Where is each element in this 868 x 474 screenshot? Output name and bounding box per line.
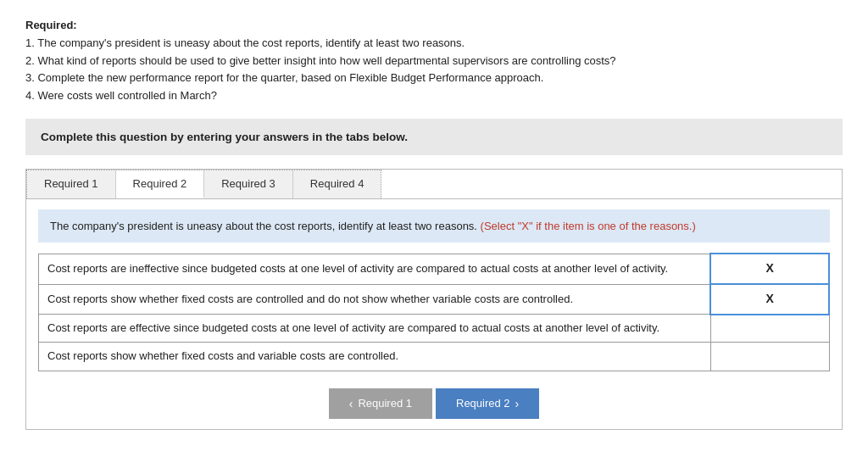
question-2: 2. What kind of reports should be used t…	[25, 54, 616, 67]
option-text-1: Cost reports show whether fixed costs ar…	[39, 284, 711, 315]
question-prompt: The company's president is uneasy about …	[38, 209, 830, 243]
option-select-2[interactable]	[710, 315, 829, 343]
x-mark-1: X	[765, 292, 773, 305]
tab-req1[interactable]: Required 1	[27, 170, 116, 198]
nav-buttons: ‹ Required 1 Required 2 ›	[38, 388, 830, 419]
next-label: Required 2	[456, 397, 510, 410]
tab-req3[interactable]: Required 3	[204, 170, 293, 198]
tab-row: Required 1Required 2Required 3Required 4	[26, 170, 381, 198]
tab-req2[interactable]: Required 2	[116, 170, 205, 198]
instruction-text: Complete this question by entering your …	[41, 131, 408, 143]
option-text-0: Cost reports are ineffective since budge…	[39, 254, 711, 284]
required-questions: Required: 1. The company's president is …	[25, 17, 843, 105]
tabs-wrapper: Required 1Required 2Required 3Required 4	[26, 170, 842, 199]
option-select-1[interactable]: X	[710, 284, 829, 315]
answer-table: Cost reports are ineffective since budge…	[38, 253, 830, 371]
option-select-3[interactable]	[710, 343, 829, 371]
required-label: Required:	[25, 19, 77, 31]
question-3: 3. Complete the new performance report f…	[25, 71, 543, 84]
tab-req4[interactable]: Required 4	[293, 170, 381, 198]
tabs-and-content: Required 1Required 2Required 3Required 4…	[25, 169, 843, 430]
question-4: 4. Were costs well controlled in March?	[25, 89, 217, 102]
option-select-0[interactable]: X	[710, 254, 829, 284]
prompt-highlight: (Select "X" if the item is one of the re…	[481, 220, 696, 232]
content-area: The company's president is uneasy about …	[26, 199, 842, 429]
x-mark-0: X	[765, 261, 773, 275]
prev-button[interactable]: ‹ Required 1	[329, 388, 432, 419]
prompt-text: The company's president is uneasy about …	[50, 220, 477, 232]
prev-label: Required 1	[358, 397, 412, 410]
option-text-3: Cost reports show whether fixed costs an…	[39, 343, 711, 371]
prev-chevron-icon: ‹	[349, 397, 353, 410]
table-row: Cost reports are effective since budgete…	[39, 315, 830, 343]
next-chevron-icon: ›	[515, 397, 520, 410]
required-section: Required: 1. The company's president is …	[25, 17, 843, 430]
option-text-2: Cost reports are effective since budgete…	[39, 315, 711, 343]
question-1: 1. The company's president is uneasy abo…	[25, 36, 465, 49]
next-button[interactable]: Required 2 ›	[436, 388, 539, 419]
table-row: Cost reports show whether fixed costs ar…	[39, 284, 830, 315]
table-row: Cost reports show whether fixed costs an…	[39, 343, 830, 371]
instruction-box: Complete this question by entering your …	[25, 119, 843, 155]
table-row: Cost reports are ineffective since budge…	[39, 254, 830, 284]
